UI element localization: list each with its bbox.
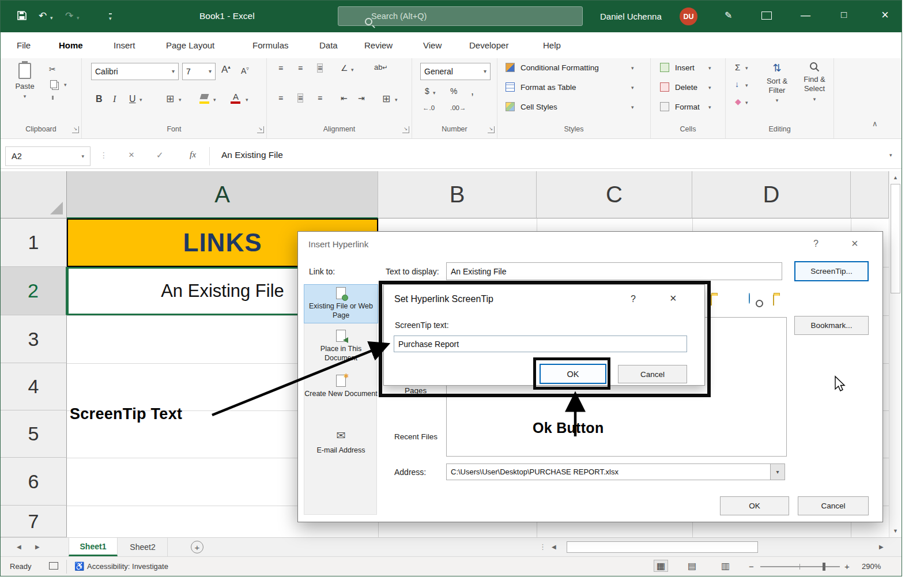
status-accessibility[interactable]: Accessibility: Investigate <box>87 562 168 571</box>
format-as-table-button[interactable]: Format as Table <box>521 83 576 92</box>
clear-icon[interactable]: ◆ <box>735 97 741 105</box>
tab-file[interactable]: File <box>17 32 31 58</box>
column-header-d[interactable]: D <box>692 171 851 218</box>
autosum-dropdown-icon[interactable]: ▾ <box>745 66 748 71</box>
view-page-layout-icon[interactable]: ▤ <box>688 560 696 571</box>
copy-dropdown-icon[interactable]: ▾ <box>64 82 67 88</box>
clipboard-dialog-launcher-icon[interactable]: ↘ <box>72 126 79 133</box>
tab-home[interactable]: Home <box>59 32 83 58</box>
sheet-tab-sheet2[interactable]: Sheet2 <box>118 538 168 556</box>
collapse-ribbon-icon[interactable]: ∧ <box>872 119 878 128</box>
row-header-4[interactable]: 4 <box>1 363 67 410</box>
alignment-dialog-launcher-icon[interactable]: ↘ <box>402 126 409 133</box>
sidebar-item-place-in-document[interactable]: Place in This Document <box>304 327 378 368</box>
undo-icon[interactable]: ↶ <box>39 11 47 21</box>
browse-file-icon[interactable] <box>773 295 774 306</box>
cut-icon[interactable]: ✂ <box>49 65 56 73</box>
customize-qat-icon[interactable]: ▾ <box>109 13 112 21</box>
formula-bar-content[interactable]: An Existing File <box>221 150 283 160</box>
autosum-icon[interactable]: Σ <box>735 63 740 71</box>
text-to-display-input[interactable] <box>446 262 782 280</box>
sidebar-item-create-new-document[interactable]: ✱ Create New Document <box>304 372 378 413</box>
user-name[interactable]: Daniel Uchenna <box>600 12 662 21</box>
font-color-icon[interactable]: A <box>233 92 239 101</box>
row-header-1[interactable]: 1 <box>1 218 67 267</box>
scrollbar-thumb[interactable] <box>891 184 900 293</box>
cs-dropdown-icon[interactable]: ▾ <box>631 105 634 110</box>
dialog-close-icon[interactable]: × <box>851 237 858 250</box>
tab-scroll-splitter[interactable]: ⋮ <box>539 542 546 551</box>
zoom-slider-thumb[interactable] <box>823 563 825 571</box>
dialog-help-icon[interactable]: ? <box>813 239 819 249</box>
copy-icon[interactable] <box>50 80 57 88</box>
address-dropdown-icon[interactable]: ▾ <box>770 464 785 480</box>
orientation-dropdown-icon[interactable]: ▾ <box>351 67 354 73</box>
row-header-6[interactable]: 6 <box>1 458 67 506</box>
font-name-combo[interactable]: Calibri▾ <box>91 63 179 80</box>
number-dialog-launcher-icon[interactable]: ↘ <box>488 126 495 133</box>
scroll-up-icon[interactable]: ▲ <box>893 175 898 180</box>
sidebar-item-email-address[interactable]: ✉ E-mail Address <box>304 427 378 457</box>
zoom-out-icon[interactable]: − <box>749 561 754 571</box>
pen-icon[interactable]: ✎ <box>725 11 732 20</box>
tab-insert[interactable]: Insert <box>114 32 135 58</box>
tab-formulas[interactable]: Formulas <box>252 32 289 58</box>
minimize-icon[interactable]: — <box>801 10 810 20</box>
fill-dropdown-icon[interactable]: ▾ <box>745 83 748 88</box>
decrease-indent-icon[interactable]: ⇤ <box>341 94 348 102</box>
insert-dropdown-icon[interactable]: ▾ <box>708 66 711 71</box>
view-page-break-icon[interactable]: ▥ <box>721 560 730 571</box>
font-dialog-launcher-icon[interactable]: ↘ <box>257 126 264 133</box>
tab-page-layout[interactable]: Page Layout <box>166 32 214 58</box>
cell-styles-button[interactable]: Cell Styles <box>521 103 557 111</box>
column-header-c[interactable]: C <box>537 171 692 218</box>
undo-dropdown-icon[interactable]: ▾ <box>50 15 53 21</box>
column-header-partial[interactable] <box>851 171 889 218</box>
tab-help[interactable]: Help <box>543 32 561 58</box>
comma-icon[interactable]: , <box>471 86 474 96</box>
row-header-3[interactable]: 3 <box>1 315 67 363</box>
close-icon[interactable]: × <box>881 9 889 21</box>
font-size-combo[interactable]: 7▾ <box>182 63 216 80</box>
align-right-icon[interactable]: ≡ <box>318 94 322 102</box>
increase-decimal-icon[interactable]: ←.0 <box>423 104 435 111</box>
row-header-5[interactable]: 5 <box>1 410 67 458</box>
align-left-icon[interactable]: ≡ <box>278 94 283 102</box>
hyperlink-ok-button[interactable]: OK <box>720 496 789 515</box>
align-center-icon[interactable]: ≡ <box>298 94 303 102</box>
ribbon-display-options-icon[interactable] <box>761 12 772 20</box>
conditional-formatting-button[interactable]: Conditional Formatting <box>521 63 599 72</box>
sheet-nav-next-icon[interactable]: ▶ <box>35 544 40 550</box>
view-normal-icon[interactable]: ▦ <box>654 560 667 571</box>
sheet-nav-prev-icon[interactable]: ◀ <box>17 544 21 550</box>
borders-icon[interactable]: ⊞ <box>166 94 174 104</box>
italic-icon[interactable]: I <box>113 94 116 104</box>
scroll-down-icon[interactable]: ▼ <box>893 528 898 534</box>
recent-files-button[interactable]: Recent Files <box>394 432 438 441</box>
screentip-button[interactable]: ScreenTip... <box>794 261 869 281</box>
column-header-a[interactable]: A <box>67 171 378 218</box>
enter-entry-icon[interactable]: ✓ <box>156 150 164 160</box>
maximize-icon[interactable]: □ <box>841 10 847 20</box>
font-color-dropdown-icon[interactable]: ▾ <box>246 97 248 103</box>
browse-web-icon[interactable] <box>749 293 750 304</box>
paste-button[interactable]: Paste ▾ <box>9 63 41 120</box>
currency-icon[interactable]: $ <box>425 87 429 95</box>
number-format-combo[interactable]: General▾ <box>420 63 491 80</box>
find-select-button[interactable]: Find &Select ▾ <box>798 62 831 122</box>
format-dropdown-icon[interactable]: ▾ <box>708 105 711 110</box>
sheet-tab-sheet1[interactable]: Sheet1 <box>69 538 118 556</box>
hscroll-thumb[interactable] <box>567 541 758 553</box>
fill-icon[interactable]: ↓ <box>735 80 739 88</box>
horizontal-scrollbar[interactable] <box>564 541 876 553</box>
orientation-icon[interactable]: ∠ <box>341 64 348 72</box>
underline-icon[interactable]: U <box>129 94 136 104</box>
cf-dropdown-icon[interactable]: ▾ <box>631 66 634 71</box>
delete-cells-button[interactable]: Delete <box>675 83 697 92</box>
delete-dropdown-icon[interactable]: ▾ <box>708 85 711 91</box>
formula-bar-splitter[interactable]: ⋮ <box>100 150 108 160</box>
search-input[interactable] <box>371 12 561 21</box>
name-box-dropdown-icon[interactable]: ▾ <box>81 154 84 159</box>
currency-dropdown-icon[interactable]: ▾ <box>433 91 436 96</box>
new-sheet-icon[interactable]: + <box>191 541 203 553</box>
